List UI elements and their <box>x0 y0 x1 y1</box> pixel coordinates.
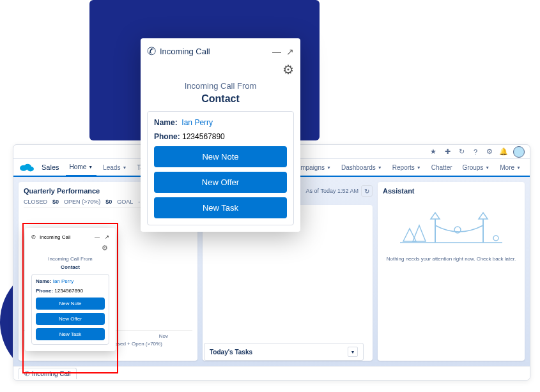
timestamp: As of Today 1:52 AM <box>306 188 359 194</box>
chevron-down-icon: ▼ <box>88 165 93 169</box>
bell-icon[interactable]: 🔔 <box>499 147 508 156</box>
incoming-call-popup-small: ✆ Incoming Call — ↗ ⚙ Incoming Call From… <box>25 228 116 351</box>
call-details-box: Name: Ian Perry Phone: 1234567890 New No… <box>31 274 109 345</box>
assistant-card: Assistant Nothing needs your attention r… <box>378 182 525 361</box>
avatar[interactable] <box>513 146 525 158</box>
goal-label: GOAL <box>117 199 133 205</box>
svg-point-7 <box>493 236 498 241</box>
tasks-dropdown-icon[interactable]: ▼ <box>348 347 358 357</box>
popup-header: ✆ Incoming Call — ↗ <box>147 45 294 62</box>
open-label: OPEN (>70%) <box>64 199 100 205</box>
phone-icon: ✆ <box>147 45 156 58</box>
chevron-down-icon: ▼ <box>417 165 421 170</box>
chart-month: Nov <box>159 333 168 339</box>
call-from-label: Incoming Call From <box>147 81 294 91</box>
nav-tab-dashboards[interactable]: Dashboards▼ <box>337 158 386 176</box>
chevron-down-icon: ▼ <box>485 165 490 170</box>
nav-tab-label: Leads <box>103 164 120 171</box>
new-note-button[interactable]: New Note <box>154 146 287 167</box>
nav-tab-leads[interactable]: Leads▼ <box>99 158 130 176</box>
nav-tab-home[interactable]: Home▼ <box>66 159 97 177</box>
call-contact-type: Contact <box>147 93 294 105</box>
settings-gear-icon[interactable]: ⚙ <box>31 244 109 252</box>
phone-icon: ✆ <box>31 234 36 240</box>
new-offer-button[interactable]: New Offer <box>154 172 287 193</box>
call-subheader: Incoming Call From Contact <box>31 256 109 270</box>
open-value: $0 <box>105 199 112 205</box>
popup-header: ✆ Incoming Call — ↗ <box>31 234 109 244</box>
refresh-icon[interactable]: ↻ <box>361 185 373 197</box>
tasks-title: Today's Tasks <box>210 349 252 356</box>
name-label: Name: <box>36 278 51 284</box>
minimize-icon[interactable]: — <box>272 47 281 57</box>
name-label: Name: <box>154 118 178 127</box>
popout-icon[interactable]: ↗ <box>286 47 294 57</box>
call-from-label: Incoming Call From <box>31 256 109 262</box>
nav-tab-label: More <box>500 164 514 171</box>
nav-tab-more[interactable]: More▼ <box>496 158 525 176</box>
incoming-call-popup-large: ✆ Incoming Call — ↗ ⚙ Incoming Call From… <box>141 38 300 232</box>
salesforce-logo-icon <box>19 162 35 173</box>
assistant-illustration <box>383 200 520 251</box>
popup-title: Incoming Call <box>40 234 70 240</box>
phone-label: Phone: <box>154 132 180 141</box>
history-icon[interactable]: ↻ <box>457 147 466 156</box>
contact-name-link[interactable]: Ian Perry <box>181 118 213 127</box>
goal-value: - <box>138 199 140 205</box>
gear-icon[interactable]: ⚙ <box>485 147 494 156</box>
new-note-button[interactable]: New Note <box>36 298 105 310</box>
nav-tab-label: Dashboards <box>341 164 376 171</box>
new-task-button[interactable]: New Task <box>154 197 287 218</box>
assistant-message: Nothing needs your attention right now. … <box>383 256 520 262</box>
nav-tab-label: Reports <box>392 164 415 171</box>
call-contact-type: Contact <box>31 264 109 270</box>
new-offer-button[interactable]: New Offer <box>36 313 105 325</box>
nav-tab-label: Home <box>70 163 87 170</box>
minimize-icon[interactable]: — <box>95 234 100 240</box>
chevron-down-icon: ▼ <box>378 165 382 170</box>
closed-value: $0 <box>52 199 59 205</box>
assistant-title: Assistant <box>383 187 520 195</box>
phone-value: 1234567890 <box>182 132 225 141</box>
add-icon[interactable]: ✚ <box>443 147 452 156</box>
nav-tab-label: Groups <box>463 164 484 171</box>
app-name: Sales <box>42 163 59 171</box>
phone-value: 1234567890 <box>54 288 83 294</box>
chevron-down-icon: ▼ <box>122 165 127 170</box>
nav-tab-reports[interactable]: Reports▼ <box>389 158 425 176</box>
new-task-button[interactable]: New Task <box>36 328 105 340</box>
call-subheader: Incoming Call From Contact <box>147 81 294 105</box>
nav-tab-groups[interactable]: Groups▼ <box>459 158 494 176</box>
popup-title: Incoming Call <box>160 47 210 56</box>
svg-point-2 <box>27 167 34 172</box>
star-icon[interactable]: ★ <box>429 147 438 156</box>
closed-label: CLOSED <box>24 199 47 205</box>
nav-tab-label: Chatter <box>431 164 452 171</box>
settings-gear-icon[interactable]: ⚙ <box>147 62 294 77</box>
help-icon[interactable]: ? <box>471 147 480 156</box>
todays-tasks-card: Today's Tasks ▼ <box>204 343 364 361</box>
chevron-down-icon: ▼ <box>327 165 331 170</box>
contact-name-link[interactable]: Ian Perry <box>53 278 73 284</box>
phone-label: Phone: <box>36 288 53 294</box>
call-details-box: Name: Ian Perry Phone: 1234567890 New No… <box>147 111 294 225</box>
popout-icon[interactable]: ↗ <box>105 234 109 240</box>
chevron-down-icon: ▼ <box>516 165 521 170</box>
nav-tab-chatter[interactable]: Chatter <box>428 158 456 176</box>
